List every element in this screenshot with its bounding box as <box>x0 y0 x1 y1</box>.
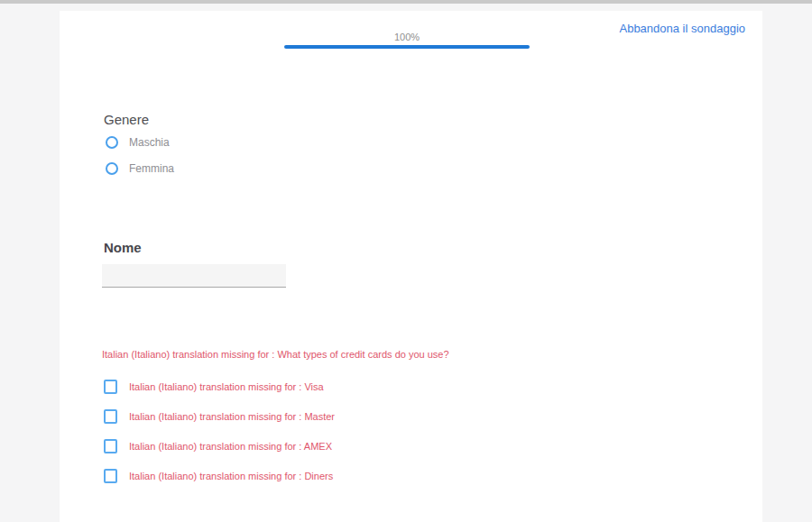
checkbox-option-diners[interactable]: Italian (Italiano) translation missing f… <box>104 469 333 483</box>
progress-track <box>284 45 530 49</box>
radio-option-femmina[interactable]: Femmina <box>106 162 174 175</box>
checkbox-option-label: Italian (Italiano) translation missing f… <box>129 381 324 392</box>
progress-bar: 100% <box>284 32 530 49</box>
checkbox-icon[interactable] <box>104 380 117 394</box>
checkbox-icon[interactable] <box>104 439 117 453</box>
checkbox-option-label: Italian (Italiano) translation missing f… <box>129 471 333 481</box>
radio-option-maschia[interactable]: Maschia <box>106 136 170 149</box>
radio-button-icon[interactable] <box>106 136 118 149</box>
radio-option-label: Maschia <box>129 136 170 149</box>
checkbox-option-amex[interactable]: Italian (Italiano) translation missing f… <box>104 439 332 453</box>
checkbox-option-visa[interactable]: Italian (Italiano) translation missing f… <box>104 380 324 394</box>
gender-question-label: Genere <box>104 112 149 127</box>
name-input[interactable] <box>102 264 286 288</box>
abandon-survey-link[interactable]: Abbandona il sondaggio <box>619 22 745 35</box>
radio-option-label: Femmina <box>129 162 174 175</box>
checkbox-option-master[interactable]: Italian (Italiano) translation missing f… <box>104 409 335 424</box>
checkbox-icon[interactable] <box>104 469 117 483</box>
credit-card-question-label: Italian (Italiano) translation missing f… <box>102 349 449 360</box>
name-question-label: Nome <box>104 240 142 255</box>
checkbox-icon[interactable] <box>104 409 117 424</box>
checkbox-option-label: Italian (Italiano) translation missing f… <box>129 441 332 452</box>
radio-button-icon[interactable] <box>106 162 118 175</box>
top-strip <box>0 0 812 4</box>
survey-card: Abbandona il sondaggio 100% Genere Masch… <box>60 11 762 522</box>
checkbox-option-label: Italian (Italiano) translation missing f… <box>129 411 335 422</box>
progress-percent-label: 100% <box>284 32 530 42</box>
progress-fill <box>284 45 530 49</box>
